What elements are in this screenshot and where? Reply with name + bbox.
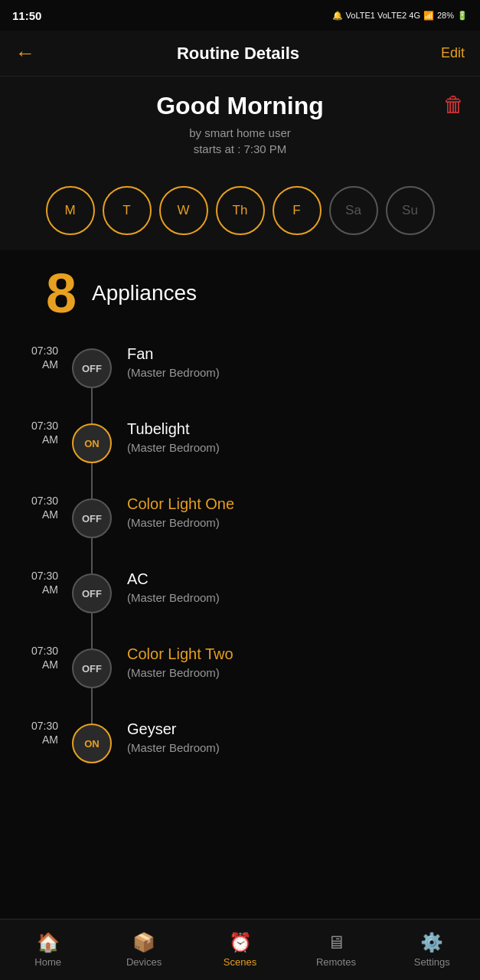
toggle-circle[interactable]: OFF: [72, 648, 112, 688]
appliance-info: Color Light Two(Master Bedroom): [115, 636, 465, 694]
timeline: 07:30AMOFFFan(Master Bedroom)07:30AMONTu…: [0, 336, 480, 802]
appliance-name: Fan: [127, 345, 465, 363]
appliances-header: 8 Appliances: [0, 250, 480, 336]
appliance-room: (Master Bedroom): [127, 666, 465, 679]
time-label: 07:30AM: [15, 636, 69, 671]
nav-item-settings[interactable]: ⚙️Settings: [384, 926, 480, 968]
time-label: 07:30AM: [15, 561, 69, 596]
appliance-name: Color Light One: [127, 495, 465, 513]
appliance-info: Tubelight(Master Bedroom): [115, 411, 465, 469]
timeline-connector: OFF: [69, 561, 115, 636]
appliance-room: (Master Bedroom): [127, 591, 465, 604]
battery-icon: 🔋: [457, 11, 468, 21]
appliance-room: (Master Bedroom): [127, 441, 465, 454]
edit-button[interactable]: Edit: [441, 45, 465, 61]
appliance-info: Geyser(Master Bedroom): [115, 711, 465, 769]
status-time: 11:50: [12, 9, 41, 22]
settings-icon: ⚙️: [420, 932, 443, 953]
timeline-item: 07:30AMONGeyser(Master Bedroom): [15, 711, 465, 786]
scenes-icon: ⏰: [229, 932, 252, 953]
timeline-connector: OFF: [69, 336, 115, 411]
signal-bars-icon: 📶: [423, 11, 434, 21]
alarm-icon: 🔔: [332, 11, 343, 21]
nav-item-home[interactable]: 🏠Home: [0, 926, 96, 968]
appliances-label: Appliances: [92, 281, 197, 305]
appliance-name: Tubelight: [127, 420, 465, 438]
toggle-circle[interactable]: OFF: [72, 498, 112, 538]
nav-item-remotes[interactable]: 🖥Remotes: [288, 926, 384, 968]
toggle-circle[interactable]: OFF: [72, 573, 112, 613]
routine-author: by smart home user: [15, 126, 465, 139]
timeline-item: 07:30AMOFFColor Light Two(Master Bedroom…: [15, 636, 465, 711]
nav-item-devices[interactable]: 📦Devices: [96, 926, 191, 968]
appliance-name: Geyser: [127, 720, 465, 738]
timeline-item: 07:30AMOFFColor Light One(Master Bedroom…: [15, 486, 465, 561]
toggle-circle[interactable]: ON: [72, 724, 112, 763]
nav-label-home: Home: [34, 956, 61, 968]
home-icon: 🏠: [37, 932, 60, 953]
routine-start-time: starts at : 7:30 PM: [15, 142, 465, 155]
nav-label-settings: Settings: [414, 956, 450, 968]
time-label: 07:30AM: [15, 486, 69, 521]
toggle-circle[interactable]: OFF: [72, 348, 112, 388]
timeline-connector: OFF: [69, 486, 115, 561]
status-icons: 🔔 VoLTE1 VoLTE2 4G 📶 28% 🔋: [332, 11, 468, 21]
day-pill-t[interactable]: T: [103, 186, 152, 235]
appliance-name: AC: [127, 570, 465, 588]
nav-label-scenes: Scenes: [224, 956, 256, 968]
remotes-icon: 🖥: [327, 932, 345, 953]
appliance-room: (Master Bedroom): [127, 741, 465, 754]
battery-text: 28%: [437, 11, 454, 20]
routine-title: Good Morning: [15, 92, 465, 120]
timeline-connector: ON: [69, 411, 115, 486]
status-bar: 11:50 🔔 VoLTE1 VoLTE2 4G 📶 28% 🔋: [0, 0, 480, 31]
appliance-room: (Master Bedroom): [127, 366, 465, 379]
timeline-connector: ON: [69, 711, 115, 786]
day-pill-th[interactable]: Th: [216, 186, 265, 235]
timeline-item: 07:30AMONTubelight(Master Bedroom): [15, 411, 465, 486]
day-pill-m[interactable]: M: [46, 186, 95, 235]
nav-label-remotes: Remotes: [316, 956, 356, 968]
toggle-circle[interactable]: ON: [72, 423, 112, 463]
nav-item-scenes[interactable]: ⏰Scenes: [192, 926, 288, 968]
time-label: 07:30AM: [15, 336, 69, 371]
day-pill-su[interactable]: Su: [386, 186, 435, 235]
page-title: Routine Details: [35, 44, 441, 64]
hero-section: 🗑 Good Morning by smart home user starts…: [0, 77, 480, 178]
timeline-item: 07:30AMOFFAC(Master Bedroom): [15, 561, 465, 636]
appliance-info: Fan(Master Bedroom): [115, 336, 465, 394]
day-pill-sa[interactable]: Sa: [329, 186, 378, 235]
devices-icon: 📦: [132, 932, 155, 953]
appliance-name: Color Light Two: [127, 645, 465, 663]
timeline-item: 07:30AMOFFFan(Master Bedroom): [15, 336, 465, 411]
back-button[interactable]: ←: [15, 41, 35, 65]
appliance-info: Color Light One(Master Bedroom): [115, 486, 465, 544]
delete-button[interactable]: 🗑: [443, 92, 465, 117]
appliance-info: AC(Master Bedroom): [115, 561, 465, 619]
days-row: MTWThFSaSu: [0, 178, 480, 250]
signal-text: VoLTE1 VoLTE2 4G: [346, 11, 420, 20]
header: ← Routine Details Edit: [0, 31, 480, 77]
appliance-room: (Master Bedroom): [127, 516, 465, 529]
bottom-nav: 🏠Home📦Devices⏰Scenes🖥Remotes⚙️Settings: [0, 919, 480, 980]
appliances-count: 8: [46, 266, 77, 321]
time-label: 07:30AM: [15, 711, 69, 746]
timeline-connector: OFF: [69, 636, 115, 711]
nav-label-devices: Devices: [126, 956, 162, 968]
time-label: 07:30AM: [15, 411, 69, 446]
day-pill-w[interactable]: W: [159, 186, 208, 235]
day-pill-f[interactable]: F: [273, 186, 322, 235]
